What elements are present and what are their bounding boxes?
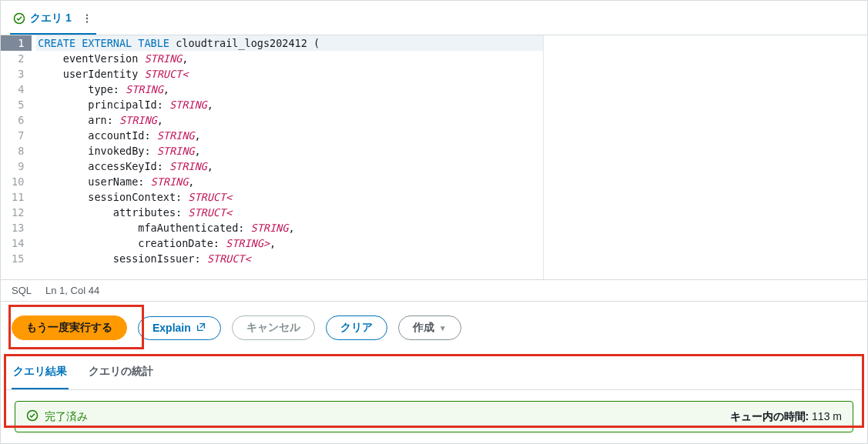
queue-time-value: 113 m [812,410,842,422]
line-number: 5 [1,97,32,112]
code-line[interactable]: userIdentity STRUCT< [36,66,543,82]
status-left: 完了済み [26,409,88,424]
cancel-button: キャンセル [232,315,315,340]
line-number: 12 [1,205,32,220]
line-number: 3 [1,66,32,82]
code-line[interactable]: accessKeyId: STRING, [36,159,543,174]
status-right: キュー内の時間: 113 m [730,410,842,424]
code-line[interactable]: attributes: STRUCT< [36,205,543,220]
app-root: クエリ 1 123456789101112131415 CREATE EXTER… [0,0,868,444]
code-line[interactable]: sessionIssuer: STRUCT< [36,251,543,266]
line-number-gutter: 123456789101112131415 [1,35,32,279]
line-number: 11 [1,189,32,205]
tab-query-stats[interactable]: クエリの統計 [87,360,155,389]
svg-point-3 [85,21,87,22]
query-toolbar: もう一度実行する Explain キャンセル クリア 作成 ▼ [1,302,867,354]
line-number: 13 [1,220,32,235]
code-content[interactable]: CREATE EXTERNAL TABLE cloudtrail_logs202… [32,35,543,279]
clear-button[interactable]: クリア [326,315,387,340]
editor-language: SQL [12,285,32,296]
external-link-icon [196,322,206,335]
cursor-position: Ln 1, Col 44 [45,285,99,296]
create-button[interactable]: 作成 ▼ [398,315,461,340]
line-number: 7 [1,128,32,143]
query-tabbar: クエリ 1 [1,1,867,35]
line-number: 6 [1,112,32,128]
query-tab-label: クエリ 1 [30,12,72,25]
code-line[interactable]: principalId: STRING, [36,97,543,112]
editor-right-pane [544,35,867,279]
editor-main: 123456789101112131415 CREATE EXTERNAL TA… [1,35,544,279]
sql-editor[interactable]: 123456789101112131415 CREATE EXTERNAL TA… [1,35,867,280]
success-check-icon [26,409,39,424]
explain-button-label: Explain [152,322,191,334]
line-number: 8 [1,143,32,159]
results-tabbar: クエリ結果 クエリの統計 [4,354,864,390]
code-line[interactable]: eventVersion STRING, [36,51,543,66]
status-text: 完了済み [45,410,88,424]
code-line[interactable]: userName: STRING, [36,174,543,189]
success-check-icon [13,12,25,25]
code-line[interactable]: mfaAuthenticated: STRING, [36,220,543,235]
explain-button[interactable]: Explain [138,316,221,340]
tab-query-results[interactable]: クエリ結果 [12,360,69,389]
queue-time-label: キュー内の時間: [730,410,809,422]
code-line[interactable]: arn: STRING, [36,112,543,128]
line-number: 14 [1,235,32,251]
code-line[interactable]: sessionContext: STRUCT< [36,189,543,205]
tab-menu-kebab-icon[interactable] [81,12,93,25]
svg-point-1 [85,14,87,15]
editor-statusbar: SQL Ln 1, Col 44 [1,280,867,302]
svg-point-2 [85,18,87,19]
line-number: 9 [1,159,32,174]
code-line[interactable]: accountId: STRING, [36,128,543,143]
line-number: 4 [1,82,32,97]
line-number: 1 [1,35,32,51]
code-line[interactable]: invokedBy: STRING, [36,143,543,159]
create-button-label: 作成 [413,321,434,335]
query-tab-1[interactable]: クエリ 1 [10,7,96,35]
line-number: 2 [1,51,32,66]
query-status-box: 完了済み キュー内の時間: 113 m [15,401,853,432]
code-line[interactable]: CREATE EXTERNAL TABLE cloudtrail_logs202… [36,35,543,51]
results-panel: クエリ結果 クエリの統計 完了済み キュー内の時間: 113 m [1,354,867,443]
chevron-down-icon: ▼ [439,324,447,332]
line-number: 15 [1,251,32,266]
line-number: 10 [1,174,32,189]
code-line[interactable]: type: STRING, [36,82,543,97]
code-line[interactable]: creationDate: STRING>, [36,235,543,251]
run-again-button[interactable]: もう一度実行する [12,315,127,340]
